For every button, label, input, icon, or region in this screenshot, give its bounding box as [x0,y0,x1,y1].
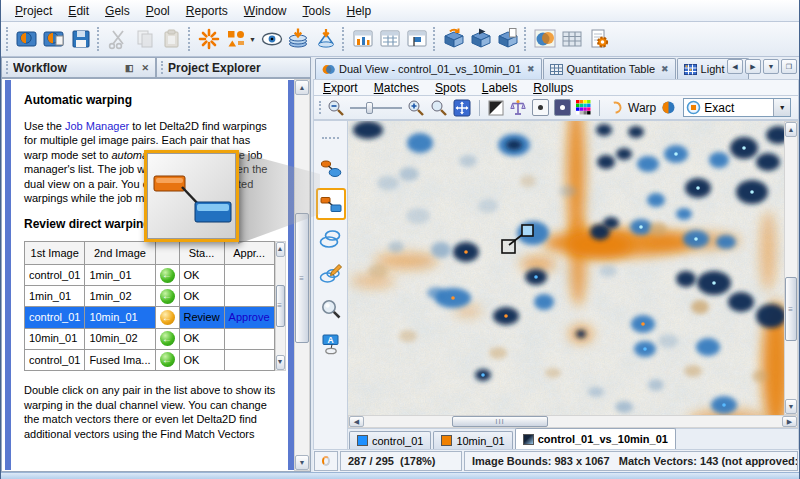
menu-pool[interactable]: Pool [138,2,178,20]
auto-warp-icon[interactable] [195,26,222,53]
gel-image-tab[interactable]: control_01_vs_10min_01 [515,428,676,449]
run-box-icon[interactable] [467,26,494,53]
copy-icon[interactable] [131,26,158,53]
scroll-down-icon[interactable]: ▼ [276,355,285,370]
dualview-menu-labels[interactable]: Labels [482,81,517,95]
menu-edit[interactable]: Edit [60,2,97,20]
table-scrollbar[interactable]: ▲ ≡ ▼ [275,241,286,371]
minimize-panel-icon[interactable]: ◧ [123,63,136,73]
restore-window-button[interactable]: ❐ [781,59,797,74]
warping-pair-row[interactable]: control_0110min_01←ReviewApprove [25,307,275,328]
match-vector-tool[interactable] [316,153,346,185]
image-horizontal-scrollbar[interactable]: ◀ III ▶ [348,415,798,428]
close-tab-icon[interactable]: ✖ [661,64,669,74]
show-spots-icon[interactable] [258,26,285,53]
project-explorer-header[interactable]: Project Explorer [156,57,311,78]
stack-images-icon[interactable] [285,26,312,53]
scroll-left-icon[interactable]: ◀ [349,416,364,427]
dualview-menu-rollups[interactable]: Rollups [533,81,573,95]
dualview-menu-matches[interactable]: Matches [374,81,419,95]
warp-cone-icon[interactable] [312,26,339,53]
show-spot-filled-button[interactable] [554,99,571,116]
column-header[interactable]: 2nd Image [85,242,155,265]
warp-ring-icon[interactable] [608,100,623,115]
palette-icon[interactable] [576,100,591,115]
column-header[interactable]: Appr... [224,242,274,265]
dropdown-arrow-icon[interactable]: ▼ [249,36,258,43]
toolbar-grip [342,27,346,51]
gel-image[interactable] [348,121,784,415]
gel-image-tab[interactable]: control_01 [349,431,431,449]
warping-pairs-table[interactable]: 1st Image2nd ImageSta...Appr...control_0… [24,241,275,371]
warping-pair-row[interactable]: 10min_0110min_02←OK [25,328,275,349]
normalize-scales-icon[interactable] [509,99,527,117]
close-panel-icon[interactable]: ✕ [139,63,151,73]
gel-image-tabs: control_0110min_01control_01_vs_10min_01 [348,428,798,449]
column-header[interactable] [155,242,179,265]
scroll-up-icon[interactable]: ▲ [785,122,797,137]
table-header-row[interactable]: 1st Image2nd ImageSta...Appr... [25,242,275,265]
warp-tool[interactable] [316,188,346,220]
fit-to-window-icon[interactable] [453,99,471,117]
menu-reports[interactable]: Reports [178,2,236,20]
scroll-right-icon[interactable]: ▶ [782,416,797,427]
slider-thumb[interactable] [366,102,373,114]
scroll-left-button[interactable]: ◀ [727,59,743,74]
scroll-up-icon[interactable]: ▲ [295,80,309,95]
scroll-right-button[interactable]: ▶ [745,59,761,74]
warping-pair-row[interactable]: 1min_011min_02←OK [25,286,275,307]
warping-pair-row[interactable]: control_01Fused Ima...←OK [25,349,275,370]
column-header[interactable]: 1st Image [25,242,85,265]
open-project-icon[interactable] [40,26,67,53]
snap-align-icon[interactable] [222,26,249,53]
column-header[interactable]: Sta... [179,242,224,265]
dual-channel-toggle-icon[interactable] [661,100,676,115]
tab-list-button[interactable]: ▼ [763,59,779,74]
quantitation-table-icon[interactable] [558,26,585,53]
zoom-tool[interactable] [316,293,346,325]
magnifier-icon[interactable] [430,99,448,117]
menu-tools[interactable]: Tools [295,2,339,20]
menu-help[interactable]: Help [339,2,380,20]
spot-tool[interactable] [316,223,346,255]
cut-icon[interactable] [104,26,131,53]
spot-edit-tool[interactable] [316,258,346,290]
workflow-panel-header[interactable]: Workflow ◧ ✕ [1,57,156,78]
job-manager-link[interactable]: Job Manager [65,120,129,132]
dual-channel-icon[interactable] [531,26,558,53]
show-spot-outline-button[interactable] [532,99,549,116]
workflow-scrollbar[interactable]: ▲ ≡ ▼ [294,79,310,471]
dropdown-arrow-icon[interactable]: ▼ [773,99,790,116]
image-vertical-scrollbar[interactable]: ▲ ≡ ▼ [784,121,798,415]
table-window-icon[interactable] [376,26,403,53]
menu-gels[interactable]: Gels [97,2,138,20]
close-tab-icon[interactable]: ✖ [527,64,535,74]
status-image-info: Image Bounds: 983 x 1067 Match Vectors: … [464,451,798,471]
new-project-icon[interactable] [13,26,40,53]
zoom-slider[interactable] [350,101,402,115]
sync-box-icon[interactable] [440,26,467,53]
menu-project[interactable]: Project [7,2,60,20]
label-tool[interactable]: A [316,328,346,360]
package-box-icon[interactable] [494,26,521,53]
warp-mode-dropdown[interactable]: Exact ▼ [683,98,791,117]
paste-icon[interactable] [158,26,185,53]
dualview-menu-spots[interactable]: Spots [435,81,466,95]
scroll-down-icon[interactable]: ▼ [785,399,797,414]
document-tab[interactable]: Quantitation Table✖ [543,58,676,79]
warp-label: Warp [628,101,656,115]
gel-image-tab[interactable]: 10min_01 [433,431,512,449]
scroll-down-icon[interactable]: ▼ [295,455,309,470]
contrast-icon[interactable] [488,100,504,116]
warping-pair-row[interactable]: control_011min_01←OK [25,265,275,286]
flag-window-icon[interactable] [403,26,430,53]
menu-window[interactable]: Window [236,2,295,20]
save-project-icon[interactable] [67,26,94,53]
scroll-up-icon[interactable]: ▲ [276,242,285,257]
zoom-in-icon[interactable] [407,99,425,117]
dualview-menu-export[interactable]: Export [323,81,358,95]
chart-window-icon[interactable] [349,26,376,53]
document-tab[interactable]: Dual View - control_01_vs_10min_01✖ [315,58,542,79]
report-settings-icon[interactable] [585,26,612,53]
zoom-out-icon[interactable] [327,99,345,117]
